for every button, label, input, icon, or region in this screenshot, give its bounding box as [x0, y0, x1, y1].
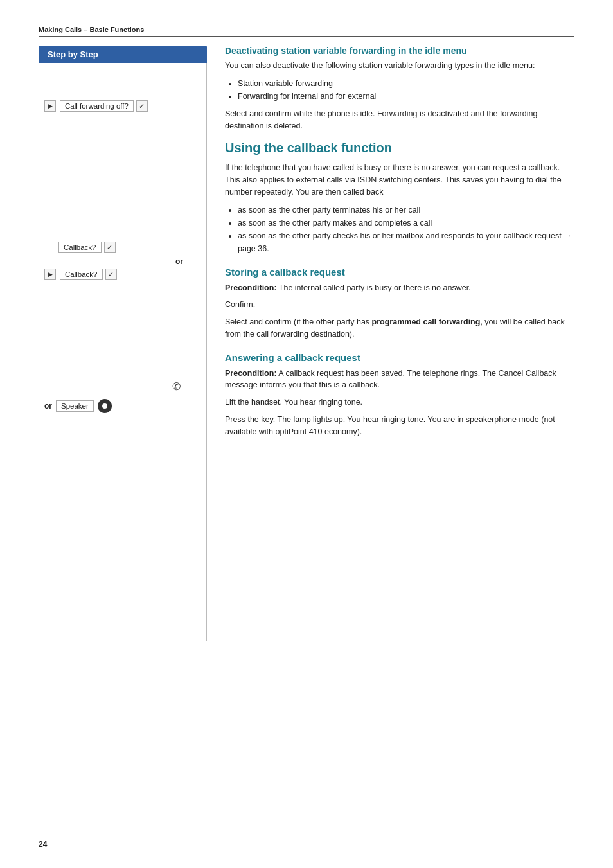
- play-icon-callback-2: ▶: [44, 269, 56, 280]
- storing-precondition-label: Precondition:: [225, 283, 277, 292]
- storing-confirm: Confirm.: [225, 299, 574, 311]
- answering-lift: Lift the handset. You hear ringing tone.: [225, 396, 574, 409]
- handset-row: ✆: [44, 380, 201, 393]
- callback-2-label[interactable]: Callback?: [60, 269, 103, 280]
- deactivating-select-text: Select and confirm while the phone is id…: [225, 108, 574, 132]
- callback-bullet-3: as soon as the other party checks his or…: [238, 229, 574, 255]
- deactivating-heading: Deactivating station variable forwarding…: [225, 46, 574, 56]
- step-by-step-heading: Step by Step: [39, 46, 207, 63]
- storing-precondition: Precondition: The internal called party …: [225, 282, 574, 294]
- callback-bullets: as soon as the other party terminates hi…: [225, 204, 574, 255]
- speaker-row: or Speaker: [44, 399, 201, 413]
- check-icon-call-forwarding[interactable]: ✓: [136, 100, 148, 112]
- page-number: 24: [39, 840, 47, 849]
- answering-speaker: Press the key. The lamp lights up. You h…: [225, 414, 574, 438]
- storing-select-bold: programmed call forwarding: [372, 317, 481, 326]
- spacer-3: [44, 284, 201, 361]
- left-column: Step by Step ▶ Call forwarding off? ✓: [39, 46, 218, 641]
- callback-section-title: Using the callback function: [225, 141, 574, 155]
- deactivating-intro: You can also deactivate the following st…: [225, 60, 574, 72]
- deactivating-bullet-1: Station variable forwarding: [238, 77, 574, 90]
- call-forwarding-row: ▶ Call forwarding off? ✓: [44, 100, 201, 112]
- call-forwarding-label[interactable]: Call forwarding off?: [60, 100, 134, 112]
- left-col-body: ▶ Call forwarding off? ✓ Callback? ✓: [39, 63, 207, 641]
- check-icon-callback-2[interactable]: ✓: [105, 269, 117, 280]
- page: Making Calls – Basic Functions Step by S…: [0, 0, 613, 868]
- speaker-button[interactable]: [98, 399, 112, 413]
- storing-select: Select and confirm (if the other party h…: [225, 316, 574, 341]
- storing-precondition-text: The internal called party is busy or the…: [279, 283, 471, 292]
- deactivating-bullet-2: Forwarding for internal and for external: [238, 90, 574, 103]
- callback-row-2: ▶ Callback? ✓: [44, 269, 201, 280]
- header-title: Making Calls – Basic Functions: [39, 26, 144, 33]
- callback-row-1: Callback? ✓: [44, 242, 201, 253]
- callback-1-label[interactable]: Callback?: [58, 242, 102, 253]
- speaker-label[interactable]: Speaker: [56, 400, 94, 412]
- right-column: Deactivating station variable forwarding…: [218, 46, 574, 641]
- callback-intro: If the telephone that you have called is…: [225, 162, 574, 198]
- handset-icon: ✆: [172, 380, 181, 393]
- spacer-4: [44, 361, 201, 380]
- answering-title: Answering a callback request: [225, 352, 574, 363]
- or-label-1: or: [44, 257, 201, 266]
- play-icon-call-forwarding: ▶: [44, 100, 56, 112]
- answering-precondition-label: Precondition:: [225, 369, 277, 378]
- storing-title: Storing a callback request: [225, 267, 574, 278]
- deactivating-bullets: Station variable forwarding Forwarding f…: [225, 77, 574, 103]
- main-layout: Step by Step ▶ Call forwarding off? ✓: [39, 46, 574, 641]
- page-header: Making Calls – Basic Functions: [39, 26, 574, 37]
- spacer-1: [44, 116, 201, 193]
- check-icon-callback-1[interactable]: ✓: [104, 242, 116, 253]
- callback-bullet-2: as soon as the other party makes and com…: [238, 217, 574, 229]
- spacer-2: [44, 193, 201, 231]
- answering-precondition: Precondition: A callback request has bee…: [225, 368, 574, 392]
- or-label-2: or: [44, 402, 52, 411]
- callback-bullet-1: as soon as the other party terminates hi…: [238, 204, 574, 217]
